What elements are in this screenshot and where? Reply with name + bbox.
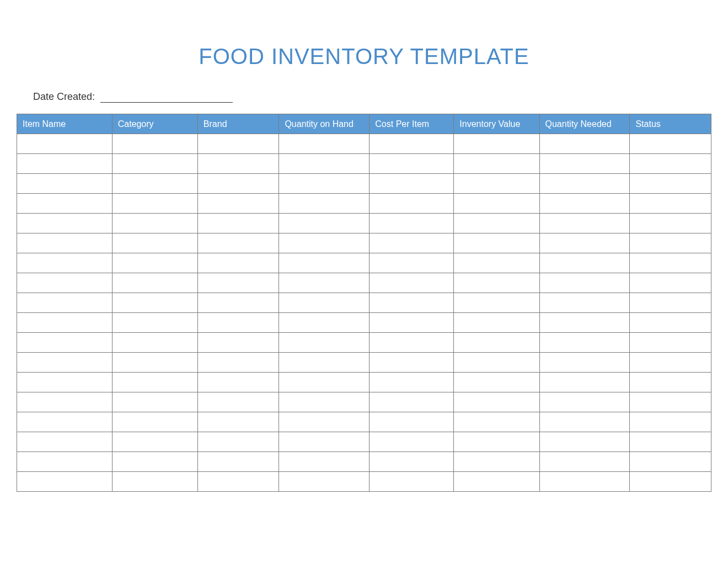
cell-brand[interactable] bbox=[197, 333, 279, 353]
cell-brand[interactable] bbox=[197, 194, 279, 214]
cell-quantity-needed[interactable] bbox=[539, 412, 630, 432]
cell-inventory-value[interactable] bbox=[454, 253, 539, 273]
cell-cost-per-item[interactable] bbox=[370, 273, 454, 293]
cell-quantity-on-hand[interactable] bbox=[279, 194, 370, 214]
cell-cost-per-item[interactable] bbox=[370, 313, 454, 333]
cell-cost-per-item[interactable] bbox=[370, 293, 454, 313]
cell-status[interactable] bbox=[630, 214, 711, 233]
cell-category[interactable] bbox=[112, 214, 197, 233]
cell-quantity-on-hand[interactable] bbox=[279, 353, 370, 373]
cell-category[interactable] bbox=[112, 432, 197, 452]
cell-quantity-needed[interactable] bbox=[539, 472, 630, 492]
cell-brand[interactable] bbox=[197, 293, 279, 313]
cell-brand[interactable] bbox=[197, 174, 279, 194]
cell-brand[interactable] bbox=[197, 214, 279, 233]
cell-cost-per-item[interactable] bbox=[370, 373, 454, 392]
cell-item-name[interactable] bbox=[17, 194, 113, 214]
cell-quantity-needed[interactable] bbox=[539, 134, 630, 154]
cell-category[interactable] bbox=[112, 194, 197, 214]
cell-quantity-on-hand[interactable] bbox=[279, 273, 370, 293]
cell-cost-per-item[interactable] bbox=[370, 412, 454, 432]
cell-brand[interactable] bbox=[197, 432, 279, 452]
cell-item-name[interactable] bbox=[17, 293, 113, 313]
cell-quantity-on-hand[interactable] bbox=[279, 472, 370, 492]
cell-brand[interactable] bbox=[197, 134, 279, 154]
cell-status[interactable] bbox=[630, 253, 711, 273]
cell-inventory-value[interactable] bbox=[454, 194, 539, 214]
date-created-input-line[interactable] bbox=[100, 92, 233, 103]
cell-category[interactable] bbox=[112, 233, 197, 253]
cell-status[interactable] bbox=[630, 472, 711, 492]
cell-inventory-value[interactable] bbox=[454, 432, 539, 452]
cell-quantity-needed[interactable] bbox=[539, 392, 630, 412]
cell-inventory-value[interactable] bbox=[454, 134, 539, 154]
cell-quantity-needed[interactable] bbox=[539, 194, 630, 214]
cell-status[interactable] bbox=[630, 233, 711, 253]
cell-status[interactable] bbox=[630, 373, 711, 392]
cell-item-name[interactable] bbox=[17, 472, 113, 492]
cell-cost-per-item[interactable] bbox=[370, 432, 454, 452]
cell-status[interactable] bbox=[630, 392, 711, 412]
cell-brand[interactable] bbox=[197, 253, 279, 273]
cell-cost-per-item[interactable] bbox=[370, 353, 454, 373]
cell-item-name[interactable] bbox=[17, 452, 113, 472]
cell-item-name[interactable] bbox=[17, 233, 113, 253]
cell-item-name[interactable] bbox=[17, 214, 113, 233]
cell-item-name[interactable] bbox=[17, 333, 113, 353]
cell-inventory-value[interactable] bbox=[454, 214, 539, 233]
cell-cost-per-item[interactable] bbox=[370, 214, 454, 233]
cell-cost-per-item[interactable] bbox=[370, 472, 454, 492]
cell-status[interactable] bbox=[630, 134, 711, 154]
cell-quantity-on-hand[interactable] bbox=[279, 134, 370, 154]
cell-item-name[interactable] bbox=[17, 273, 113, 293]
cell-cost-per-item[interactable] bbox=[370, 174, 454, 194]
cell-brand[interactable] bbox=[197, 472, 279, 492]
cell-cost-per-item[interactable] bbox=[370, 333, 454, 353]
cell-cost-per-item[interactable] bbox=[370, 253, 454, 273]
cell-brand[interactable] bbox=[197, 392, 279, 412]
cell-brand[interactable] bbox=[197, 353, 279, 373]
cell-brand[interactable] bbox=[197, 273, 279, 293]
cell-inventory-value[interactable] bbox=[454, 154, 539, 174]
cell-quantity-on-hand[interactable] bbox=[279, 392, 370, 412]
cell-status[interactable] bbox=[630, 353, 711, 373]
cell-item-name[interactable] bbox=[17, 353, 113, 373]
cell-category[interactable] bbox=[112, 373, 197, 392]
cell-quantity-needed[interactable] bbox=[539, 313, 630, 333]
cell-quantity-needed[interactable] bbox=[539, 293, 630, 313]
cell-quantity-needed[interactable] bbox=[539, 333, 630, 353]
cell-cost-per-item[interactable] bbox=[370, 452, 454, 472]
cell-cost-per-item[interactable] bbox=[370, 134, 454, 154]
cell-quantity-needed[interactable] bbox=[539, 452, 630, 472]
cell-quantity-needed[interactable] bbox=[539, 373, 630, 392]
cell-quantity-needed[interactable] bbox=[539, 353, 630, 373]
cell-quantity-needed[interactable] bbox=[539, 432, 630, 452]
cell-quantity-on-hand[interactable] bbox=[279, 174, 370, 194]
cell-inventory-value[interactable] bbox=[454, 293, 539, 313]
cell-category[interactable] bbox=[112, 392, 197, 412]
cell-quantity-on-hand[interactable] bbox=[279, 154, 370, 174]
cell-item-name[interactable] bbox=[17, 373, 113, 392]
cell-status[interactable] bbox=[630, 333, 711, 353]
cell-quantity-on-hand[interactable] bbox=[279, 333, 370, 353]
cell-category[interactable] bbox=[112, 134, 197, 154]
cell-category[interactable] bbox=[112, 313, 197, 333]
cell-category[interactable] bbox=[112, 353, 197, 373]
cell-quantity-needed[interactable] bbox=[539, 253, 630, 273]
cell-quantity-on-hand[interactable] bbox=[279, 253, 370, 273]
cell-inventory-value[interactable] bbox=[454, 452, 539, 472]
cell-quantity-on-hand[interactable] bbox=[279, 233, 370, 253]
cell-inventory-value[interactable] bbox=[454, 233, 539, 253]
cell-brand[interactable] bbox=[197, 452, 279, 472]
cell-quantity-on-hand[interactable] bbox=[279, 412, 370, 432]
cell-category[interactable] bbox=[112, 333, 197, 353]
cell-quantity-needed[interactable] bbox=[539, 154, 630, 174]
cell-category[interactable] bbox=[112, 293, 197, 313]
cell-category[interactable] bbox=[112, 154, 197, 174]
cell-quantity-on-hand[interactable] bbox=[279, 373, 370, 392]
cell-inventory-value[interactable] bbox=[454, 392, 539, 412]
cell-cost-per-item[interactable] bbox=[370, 392, 454, 412]
cell-item-name[interactable] bbox=[17, 134, 113, 154]
cell-brand[interactable] bbox=[197, 233, 279, 253]
cell-category[interactable] bbox=[112, 273, 197, 293]
